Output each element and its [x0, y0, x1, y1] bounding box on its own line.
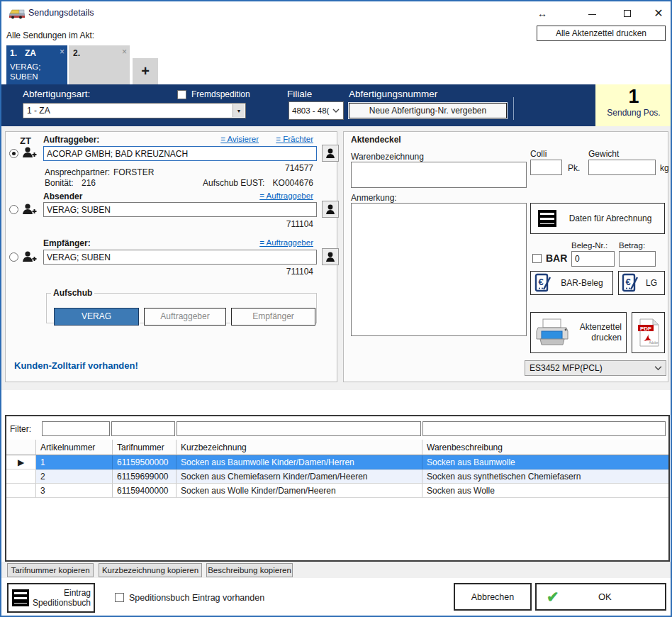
anmerkung-textarea[interactable] — [351, 203, 527, 336]
absender-input[interactable] — [43, 202, 317, 217]
ok-button[interactable]: ✔ OK — [535, 583, 666, 611]
cell-kurzbezeichnung[interactable]: Socken aus Wolle Kinder/Damen/Heeren — [177, 484, 422, 498]
bar-beleg-button[interactable]: € BAR-Beleg — [530, 271, 613, 295]
copy-tarifnummer-button[interactable]: Tarifnummer kopieren — [7, 563, 94, 577]
cell-artikelnummer[interactable]: 2 — [36, 469, 113, 484]
warenbezeichnung-textarea[interactable] — [351, 162, 527, 188]
person-add-icon[interactable] — [21, 203, 37, 216]
column-header-kurzbezeichnung[interactable]: Kurzbezeichnung — [177, 440, 422, 455]
fraechter-link[interactable]: = Frächter — [276, 135, 313, 143]
chevron-down-icon[interactable] — [332, 109, 340, 113]
row-selector[interactable] — [6, 469, 36, 484]
cell-kurzbezeichnung[interactable]: Socken aus Baumwolle Kinder/Damen/Herren — [177, 455, 422, 469]
auftraggeber-number: 714577 — [285, 163, 313, 173]
row-selector-arrow-icon[interactable]: ▶ — [6, 455, 36, 469]
dropdown-arrow-icon[interactable]: ▼ — [233, 104, 245, 117]
aufschub-eust-value: KO004676 — [273, 178, 313, 188]
aktendeckel-title: Aktendeckel — [351, 135, 401, 145]
filter-warenbeschreibung-input[interactable] — [422, 421, 666, 436]
column-header-warenbeschreibung[interactable]: Warenbeschreibung — [422, 440, 668, 455]
printer-select[interactable]: ES3452 MFP(PCL) — [525, 360, 666, 376]
warenbezeichnung-label: Warenbezeichnung — [351, 152, 424, 162]
sendungsdetails-window: Sendungsdetails ↔ ✕ Alle Aktenzettel dru… — [0, 0, 672, 617]
euro-document-icon: € — [622, 273, 639, 293]
abfertigungsart-label: Abfertigungsart: — [23, 89, 90, 99]
pdf-export-button[interactable]: PDF Adobe — [632, 312, 665, 353]
empfaenger-auftraggeber-link[interactable]: = Auftraggeber — [259, 238, 313, 247]
colli-label: Colli — [530, 149, 547, 159]
cell-kurzbezeichnung[interactable]: Socken aus Chemiefasern Kinder/Damen/Hee… — [177, 469, 422, 484]
resize-horizontal-icon[interactable]: ↔ — [532, 6, 553, 21]
zt-auftraggeber-radio[interactable] — [9, 149, 18, 158]
absender-auftraggeber-link[interactable]: = Auftraggeber — [259, 191, 313, 200]
colli-input[interactable] — [530, 160, 562, 175]
aufschub-verag-button[interactable]: VERAG — [54, 308, 139, 326]
aufschub-auftraggeber-button[interactable]: Auftraggeber — [144, 308, 226, 326]
print-all-aktenzettel-button[interactable]: Alle Aktenzettel drucken — [537, 26, 666, 41]
bonitaet-label: Bonität: — [45, 178, 74, 188]
minimize-button[interactable] — [581, 6, 603, 21]
add-sendung-tab-button[interactable]: + — [133, 58, 158, 84]
betrag-input[interactable] — [619, 251, 656, 267]
column-header-selector — [6, 440, 36, 455]
absender-contact-button[interactable] — [322, 201, 339, 218]
cell-warenbeschreibung[interactable]: Socken aus Baumwolle — [422, 455, 668, 469]
tab2-close-icon[interactable]: × — [122, 47, 127, 57]
filiale-label: Filiale — [287, 89, 312, 99]
eintrag-speditionsbuch-button[interactable]: Eintrag Speditionsbuch — [7, 583, 95, 613]
beleg-nr-input[interactable] — [571, 251, 615, 267]
person-icon — [325, 251, 336, 262]
lg-button[interactable]: € LG — [618, 271, 665, 295]
cell-tarifnummer[interactable]: 61159500000 — [113, 455, 177, 469]
fremdspedition-checkbox[interactable] — [177, 90, 186, 99]
window-title: Sendungsdetails — [28, 8, 94, 18]
abfertigungsart-select[interactable]: 1 - ZA ▼ — [23, 103, 246, 118]
cell-artikelnummer[interactable]: 3 — [36, 484, 113, 498]
row-selector[interactable] — [6, 484, 36, 498]
empfaenger-input[interactable] — [43, 250, 317, 265]
tab-sendung-1[interactable]: 1. ZA × VERAG; SUBEN — [6, 45, 67, 84]
daten-abrechnung-button[interactable]: Daten für Abrechnung — [530, 203, 665, 234]
filiale-select[interactable]: 4803 - 48( — [289, 101, 344, 120]
filter-artikelnummer-input[interactable] — [42, 421, 110, 436]
kg-label: kg — [660, 163, 669, 173]
check-icon: ✔ — [537, 589, 559, 606]
ansprechpartner-value: FORSTER — [113, 167, 154, 177]
auftraggeber-input[interactable] — [43, 146, 317, 161]
gewicht-input[interactable] — [588, 160, 656, 175]
neue-abfertigung-button[interactable]: Neue Abfertigung-Nr. vergeben — [349, 103, 507, 118]
cell-warenbeschreibung[interactable]: Socken aus Wolle — [422, 484, 668, 498]
avisierer-link[interactable]: = Avisierer — [220, 135, 259, 143]
person-add-icon[interactable] — [21, 146, 37, 159]
tab1-close-icon[interactable]: × — [60, 47, 65, 57]
copy-beschreibung-button[interactable]: Beschreibung kopieren — [206, 563, 293, 577]
bar-checkbox[interactable] — [532, 254, 542, 263]
person-add-icon[interactable] — [21, 250, 37, 263]
auftraggeber-contact-button[interactable] — [322, 145, 339, 162]
cell-tarifnummer[interactable]: 61159699000 — [113, 469, 177, 484]
filter-tarifnummer-input[interactable] — [111, 421, 175, 436]
cell-warenbeschreibung[interactable]: Socken aus synthetischen Chemiefasern — [422, 469, 668, 484]
maximize-button[interactable] — [617, 6, 638, 21]
column-header-tarifnummer[interactable]: Tarifnummer — [113, 440, 177, 455]
zt-label: ZT — [20, 135, 31, 146]
printer-icon — [535, 318, 569, 348]
tab-sendung-2[interactable]: 2. × — [69, 45, 130, 84]
copy-kurzbezeichnung-button[interactable]: Kurzbezeichnung kopieren — [99, 563, 202, 577]
zt-absender-radio[interactable] — [9, 205, 18, 214]
zt-empfaenger-radio[interactable] — [9, 252, 18, 262]
close-button[interactable]: ✕ — [648, 6, 669, 21]
aktenzettel-drucken-button[interactable]: Aktenzettel drucken — [530, 312, 627, 353]
artikel-table: Filter: Artikelnummer Tarifnummer Kurzbe… — [5, 415, 670, 562]
aufschub-legend: Aufschub — [51, 288, 94, 298]
empfaenger-contact-button[interactable] — [322, 248, 339, 265]
ansprechpartner-label: Ansprechpartner: — [45, 167, 110, 177]
aufschub-empfaenger-button[interactable]: Empfänger — [231, 308, 315, 326]
column-header-artikelnummer[interactable]: Artikelnummer — [36, 440, 113, 455]
chevron-down-icon[interactable] — [654, 366, 662, 371]
speditionsbuch-checkbox[interactable] — [115, 593, 124, 602]
abbrechen-button[interactable]: Abbrechen — [454, 583, 532, 611]
cell-tarifnummer[interactable]: 61159400000 — [113, 484, 177, 498]
cell-artikelnummer[interactable]: 1 — [36, 455, 113, 469]
filter-kurzbezeichnung-input[interactable] — [177, 421, 421, 436]
